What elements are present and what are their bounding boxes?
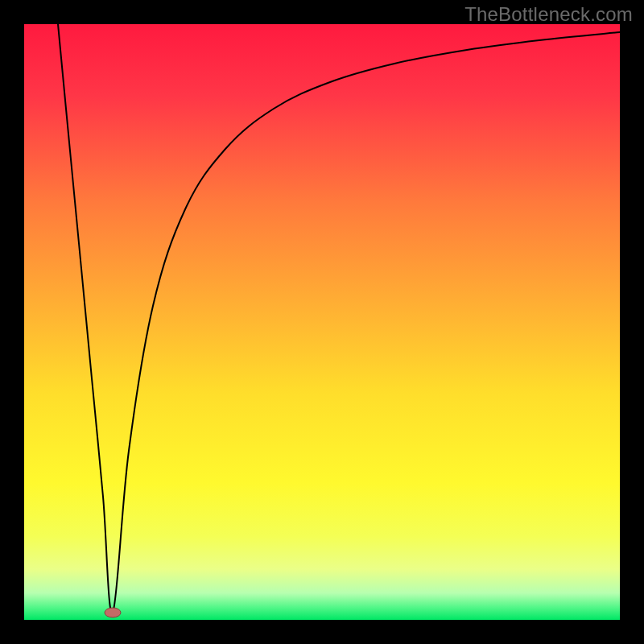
gradient-background: [24, 24, 620, 620]
plot-area: [24, 24, 620, 620]
chart-frame: TheBottleneck.com: [0, 0, 644, 644]
watermark-text: TheBottleneck.com: [464, 3, 633, 26]
vertex-marker: [105, 608, 121, 617]
